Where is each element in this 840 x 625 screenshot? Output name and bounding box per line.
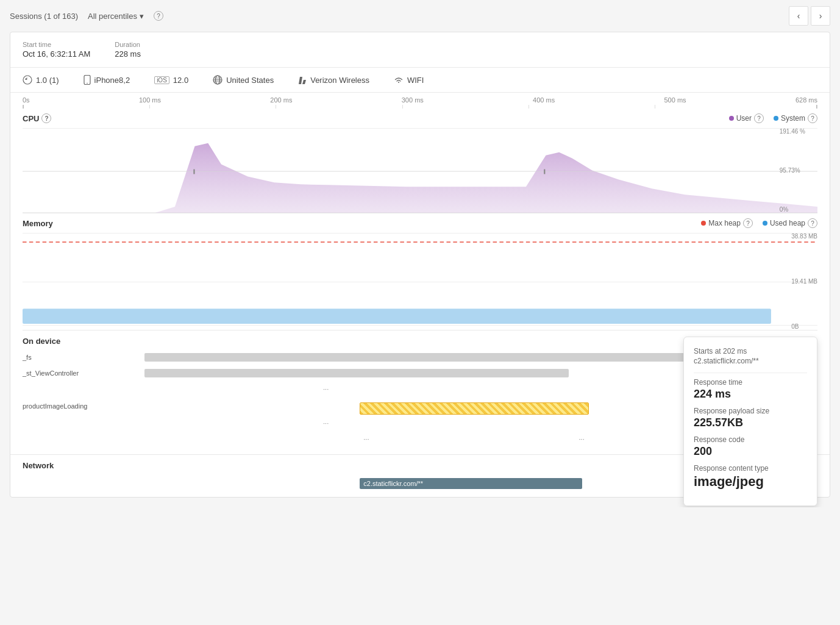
device-carrier: Verizon Wireless: [298, 76, 369, 85]
timeline-ruler: 0s 100 ms 200 ms 300 ms 400 ms 500 ms 62…: [10, 93, 830, 109]
start-time-label: Start time: [23, 41, 90, 48]
tooltip-payload: Response payload size 225.57KB: [694, 407, 807, 429]
ruler-0s: 0s: [23, 96, 30, 104]
device-model: iPhone8,2: [84, 75, 130, 85]
memory-legend: Max heap ? Used heap ?: [701, 218, 817, 228]
used-heap-dot: [763, 221, 767, 226]
cpu-system-help-icon[interactable]: ?: [808, 113, 817, 123]
model-value: iPhone8,2: [94, 76, 130, 85]
ruler-300ms: 300 ms: [402, 96, 424, 104]
cpu-chart-wrapper: 191.46 % 95.73% 0%: [10, 128, 830, 213]
used-heap-bar: [23, 309, 771, 324]
tooltip-response-time-label: Response time: [694, 378, 807, 387]
main-card: Start time Oct 16, 6:32:11 AM Duration 2…: [10, 32, 830, 498]
device-os: iOS 12.0: [154, 76, 188, 85]
memory-chart: 38.83 MB 19.41 MB 0B: [23, 233, 817, 330]
cpu-system-label: System: [781, 114, 805, 123]
ruler-200ms: 200 ms: [270, 96, 292, 104]
trace-label-stvc: _st_ViewController: [23, 370, 144, 377]
duration-label: Duration: [115, 41, 141, 48]
help-icon[interactable]: ?: [154, 11, 163, 21]
user-dot: [729, 116, 734, 121]
tooltip-response-time: Response time 224 ms: [694, 378, 807, 401]
top-bar-left: Sessions (1 of 163) All percentiles ▾ ?: [10, 11, 163, 21]
device-country: United States: [213, 75, 274, 85]
tooltip-divider1: [694, 373, 807, 373]
cpu-user-label: User: [736, 114, 752, 123]
memory-svg: [23, 233, 817, 330]
memory-legend-max: Max heap ?: [701, 218, 753, 228]
ruler-400ms: 400 ms: [533, 96, 555, 104]
chevron-down-icon: ▾: [140, 12, 144, 21]
percentile-label: All percentiles: [88, 12, 137, 21]
cpu-marker2: [544, 170, 545, 174]
tooltip-payload-value: 225.57KB: [694, 416, 807, 429]
cpu-legend-system: System ?: [774, 113, 817, 123]
trace-label-fs: _fs: [23, 354, 144, 361]
cpu-chart: 191.46 % 95.73% 0%: [23, 128, 817, 213]
tooltip-response-time-value: 224 ms: [694, 388, 807, 401]
cpu-label: CPU: [23, 114, 39, 123]
duration-group: Duration 228 ms: [115, 41, 141, 59]
system-dot: [774, 116, 778, 121]
os-value: 12.0: [173, 76, 188, 85]
trace-dots-2[interactable]: ···: [319, 418, 332, 428]
svg-marker-9: [302, 80, 306, 84]
carrier-value: Verizon Wireless: [310, 76, 369, 85]
tooltip-content-type: Response content type image/jpeg: [694, 464, 807, 490]
memory-section-header: Memory Max heap ? Used heap ?: [10, 213, 830, 233]
cpu-user-help-icon[interactable]: ?: [754, 113, 764, 123]
nav-buttons: ‹ ›: [789, 6, 830, 26]
tooltip-code-label: Response code: [694, 435, 807, 444]
trace-dots-3[interactable]: ···: [360, 434, 372, 444]
ruler-labels: 0s 100 ms 200 ms 300 ms 400 ms 500 ms 62…: [23, 96, 817, 104]
memory-chart-wrapper: 38.83 MB 19.41 MB 0B: [10, 233, 830, 330]
trace-label-product: productImageLoading: [23, 402, 144, 410]
memory-section: Memory Max heap ? Used heap ?: [10, 213, 830, 330]
cpu-section: CPU ? User ? System ?: [10, 109, 830, 213]
cpu-user-area: [23, 143, 817, 213]
device-network: WIFI: [394, 76, 424, 85]
cpu-svg: [23, 128, 817, 213]
cpu-legend-user: User ?: [729, 113, 764, 123]
tooltip-content-type-label: Response content type: [694, 464, 807, 473]
network-bar-label: c2.staticflickr.com/**: [363, 480, 423, 487]
memory-label: Memory: [23, 219, 53, 228]
signal-icon: [298, 76, 307, 84]
cpu-legend: User ? System ?: [729, 113, 817, 123]
used-heap-help-icon[interactable]: ?: [808, 218, 817, 228]
svg-marker-8: [299, 77, 302, 84]
globe-icon: [213, 75, 222, 85]
trace-bar-stvc: [144, 369, 569, 377]
start-time-value: Oct 16, 6:32:11 AM: [23, 49, 90, 59]
ruler-100ms: 100 ms: [139, 96, 161, 104]
start-time-group: Start time Oct 16, 6:32:11 AM: [23, 41, 90, 59]
tooltip-payload-label: Response payload size: [694, 407, 807, 415]
tooltip-code-value: 200: [694, 445, 807, 458]
tooltip-popup: Starts at 202 ms c2.staticflickr.com/** …: [683, 337, 817, 506]
phone-icon: [84, 75, 91, 85]
cpu-marker: [193, 170, 194, 174]
version-value: 1.0 (1): [36, 76, 59, 85]
prev-button[interactable]: ‹: [789, 6, 808, 26]
max-heap-label: Max heap: [708, 219, 741, 227]
version-icon: [23, 75, 32, 85]
max-heap-help-icon[interactable]: ?: [743, 218, 753, 228]
trace-dots-1[interactable]: ···: [319, 384, 332, 394]
cpu-title: CPU ?: [23, 113, 51, 123]
network-bar[interactable]: c2.staticflickr.com/**: [360, 478, 582, 489]
used-heap-label: Used heap: [770, 219, 805, 227]
next-button[interactable]: ›: [811, 6, 830, 26]
sessions-label: Sessions (1 of 163): [10, 12, 78, 21]
percentile-selector[interactable]: All percentiles ▾: [88, 12, 144, 21]
trace-bar-fs: [144, 353, 710, 362]
tooltip-url: c2.staticflickr.com/**: [694, 357, 807, 365]
trace-bar-product: [360, 402, 588, 415]
ios-icon: iOS: [154, 76, 169, 84]
max-heap-dot: [701, 221, 706, 226]
trace-dots-4[interactable]: ···: [575, 434, 588, 444]
cpu-help-icon[interactable]: ?: [41, 113, 51, 123]
top-bar: Sessions (1 of 163) All percentiles ▾ ? …: [0, 0, 840, 32]
ondevice-section: On device _fs _st_ViewController ··· pro…: [10, 330, 830, 455]
cpu-section-header: CPU ? User ? System ?: [10, 109, 830, 128]
